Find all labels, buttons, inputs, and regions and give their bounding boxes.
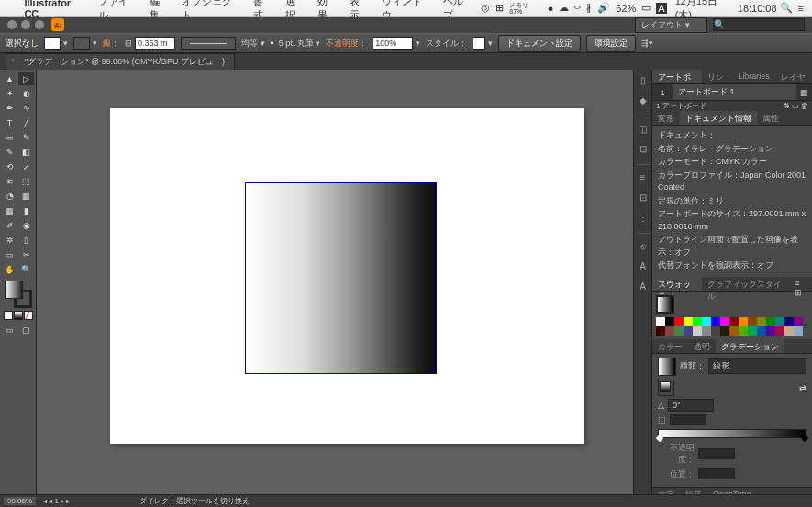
brush-select[interactable]: 5 pt. 丸筆 ▾	[279, 38, 321, 50]
swatch[interactable]	[757, 326, 766, 336]
wifi-icon[interactable]: ⌔	[574, 3, 581, 14]
swatch[interactable]	[693, 326, 702, 336]
swatch[interactable]	[748, 317, 757, 326]
fill-swatch[interactable]	[44, 37, 61, 50]
artboard[interactable]	[110, 108, 584, 444]
preferences-button[interactable]: 環境設定	[586, 35, 636, 52]
artboard-tool[interactable]: ▭	[2, 248, 17, 261]
swatch[interactable]	[674, 326, 684, 336]
align-icon[interactable]: ⇶▾	[641, 39, 653, 48]
panel-icon[interactable]: A	[637, 261, 650, 274]
stroke-weight-input[interactable]	[135, 37, 175, 50]
swatch[interactable]	[794, 326, 803, 336]
window-zoom[interactable]	[35, 20, 44, 29]
menubar-time[interactable]: 18:10:08	[738, 3, 777, 14]
layout-selector[interactable]: レイアウト ▾	[635, 17, 707, 33]
panel-icon[interactable]: A	[637, 281, 650, 294]
line-tool[interactable]: ╱	[18, 116, 34, 129]
swatch[interactable]	[784, 317, 794, 326]
current-swatch[interactable]	[656, 295, 674, 314]
swatch[interactable]	[720, 317, 729, 326]
swatch[interactable]	[757, 317, 766, 326]
eyedropper-tool[interactable]: ✐	[2, 218, 17, 232]
rectangle-tool[interactable]: ▭	[2, 130, 17, 144]
status-icon[interactable]: ◎	[481, 2, 490, 14]
swatch[interactable]	[702, 317, 711, 326]
swatch[interactable]	[729, 317, 739, 326]
stroke-swatch[interactable]	[73, 37, 90, 50]
swatch[interactable]	[729, 326, 739, 336]
free-transform-tool[interactable]: ⬚	[18, 174, 34, 188]
gradient-fill-stroke-toggle[interactable]	[658, 380, 674, 396]
stop-position-input[interactable]	[698, 468, 735, 479]
zoom-level[interactable]: 99.86%	[4, 497, 36, 505]
graph-tool[interactable]: ▯	[18, 233, 34, 247]
swatch[interactable]	[720, 326, 729, 336]
panel-icon[interactable]: ▯	[637, 75, 650, 88]
gradient-tool[interactable]: ▮	[18, 204, 34, 217]
gradient-stop-start[interactable]	[656, 434, 663, 441]
type-tool[interactable]: T	[2, 116, 17, 129]
tab-transparency[interactable]: 透明	[688, 339, 716, 353]
panel-icon[interactable]: ≡	[637, 172, 650, 185]
ime-icon[interactable]: A	[656, 3, 666, 14]
width-tool[interactable]: ≋	[2, 174, 17, 188]
swatch[interactable]	[656, 326, 665, 336]
tab-links[interactable]: リンク	[702, 70, 732, 83]
swatch[interactable]	[702, 326, 711, 336]
volume-icon[interactable]: 🔊	[597, 2, 610, 14]
status-icon[interactable]: ⊞	[495, 2, 504, 14]
swatch[interactable]	[775, 317, 784, 326]
tab-attributes[interactable]: 属性	[757, 111, 784, 125]
swatch[interactable]	[794, 317, 803, 326]
tab-color[interactable]: カラー	[652, 339, 688, 353]
panel-icon[interactable]: ⊟	[637, 144, 650, 157]
uniform-label[interactable]: 均等 ▾	[241, 38, 265, 50]
zoom-tool[interactable]: 🔍	[18, 262, 34, 276]
battery-icon[interactable]: ▭	[641, 2, 651, 14]
curvature-tool[interactable]: ∿	[18, 101, 34, 115]
panel-icon[interactable]: ⊡	[637, 193, 650, 205]
swatch[interactable]	[748, 326, 757, 336]
swatch[interactable]	[766, 326, 775, 336]
screen-mode-normal[interactable]: ▭	[2, 323, 17, 336]
swatch[interactable]	[665, 317, 674, 326]
style-swatch[interactable]	[473, 37, 485, 50]
swatch[interactable]	[684, 317, 693, 326]
swatch[interactable]	[656, 317, 665, 326]
swatch[interactable]	[775, 326, 784, 336]
artboard-name[interactable]: アートボード 1	[673, 84, 796, 100]
tab-graphic-styles[interactable]: グラフィックスタイル	[702, 277, 791, 291]
artboard-nav-icon[interactable]: ⇅ ▭ 🗑	[784, 102, 808, 110]
gradient-stop-end[interactable]	[801, 434, 808, 441]
stop-opacity-input[interactable]	[698, 448, 735, 459]
tab-layers[interactable]: レイヤー	[775, 70, 812, 83]
swatch[interactable]	[739, 326, 748, 336]
panel-icon[interactable]: ◆	[637, 95, 650, 108]
panel-icon[interactable]: ◫	[637, 124, 650, 137]
swatch[interactable]	[784, 326, 794, 336]
lasso-tool[interactable]: ◐	[18, 86, 34, 100]
paintbrush-tool[interactable]: ✎	[18, 130, 34, 144]
gradient-rectangle[interactable]	[246, 183, 436, 373]
perspective-tool[interactable]: ▦	[18, 189, 34, 203]
direct-selection-tool[interactable]: ▷	[18, 72, 34, 85]
tab-gradient[interactable]: グラデーション	[716, 339, 784, 353]
color-mode-btn[interactable]	[4, 311, 13, 320]
tab-artboards[interactable]: アートボード	[652, 70, 702, 83]
artboard-nav[interactable]: ◂ ◂ 1 ▸ ▸	[43, 497, 70, 505]
gradient-slider[interactable]	[658, 429, 806, 438]
rotate-tool[interactable]: ⟲	[2, 160, 17, 173]
notification-icon[interactable]: ≡	[798, 3, 804, 14]
tab-transform[interactable]: 変形	[652, 111, 680, 125]
blend-tool[interactable]: ◉	[18, 218, 34, 232]
hand-tool[interactable]: ✋	[2, 262, 17, 276]
swatch[interactable]	[711, 326, 720, 336]
scale-tool[interactable]: ⤢	[18, 160, 34, 173]
swatch[interactable]	[739, 317, 748, 326]
panel-icon[interactable]: ⋮	[637, 213, 650, 226]
tab-docinfo[interactable]: ドキュメント情報	[680, 111, 757, 125]
tab-libraries[interactable]: Libraries	[732, 70, 775, 83]
swatch[interactable]	[684, 326, 693, 336]
fill-stroke-indicator[interactable]	[5, 281, 32, 308]
